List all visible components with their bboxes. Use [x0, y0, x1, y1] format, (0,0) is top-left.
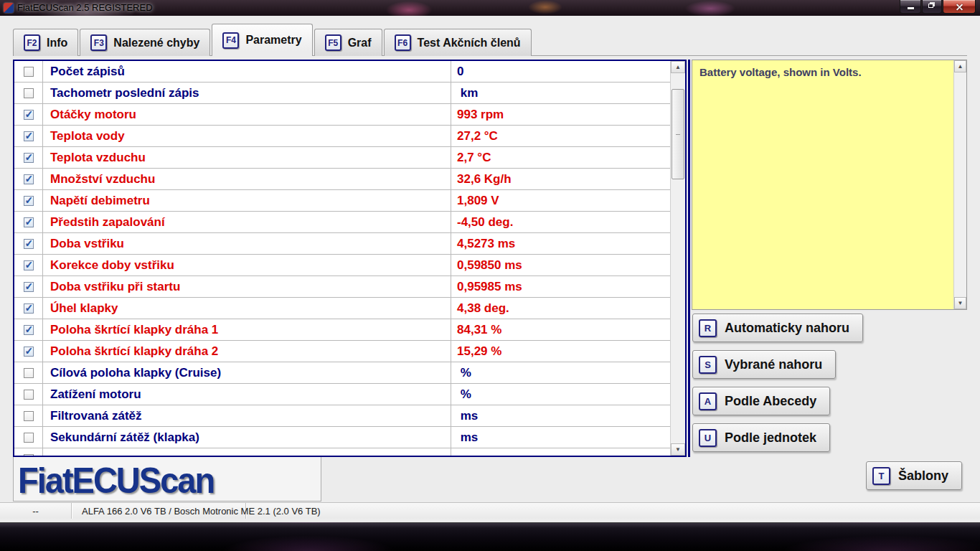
checkbox-cell: [14, 190, 43, 211]
row-checkbox[interactable]: [24, 325, 34, 335]
row-checkbox[interactable]: [24, 433, 34, 443]
hotkey-badge: U: [699, 429, 717, 447]
row-checkbox[interactable]: [24, 390, 34, 400]
button-podle-jednotek[interactable]: UPodle jednotek: [692, 423, 830, 452]
table-row[interactable]: Poloha škrtící klapky dráha 215,29 %: [14, 341, 670, 362]
row-checkbox[interactable]: [24, 282, 34, 292]
parameter-name: Množství vzduchu: [43, 172, 451, 187]
checkbox-cell: [14, 126, 43, 146]
title-bar: FiatECUScan 2.5 REGISTERED: [0, 0, 980, 16]
table-row[interactable]: Poloha škrtící klapky dráha 184,31 %: [14, 319, 670, 341]
button-automaticky-nahoru[interactable]: RAutomaticky nahoru: [692, 314, 863, 342]
logo-box: FiatECUScan: [13, 457, 321, 501]
table-row[interactable]: [14, 448, 670, 456]
restore-button[interactable]: [922, 0, 942, 14]
parameter-name: Filtrovaná zátěž: [43, 409, 451, 423]
checkbox-cell: [14, 147, 43, 168]
row-checkbox[interactable]: [24, 454, 34, 456]
checkbox-cell: [14, 61, 43, 82]
table-row[interactable]: Otáčky motoru993 rpm: [14, 104, 670, 126]
parameter-value: 4,5273 ms: [451, 233, 670, 254]
table-row[interactable]: Tachometr poslední zápis km: [14, 83, 670, 104]
checkbox-cell: [14, 384, 43, 405]
table-row[interactable]: Napětí debimetru1,809 V: [14, 190, 670, 212]
row-checkbox[interactable]: [24, 217, 34, 227]
table-row[interactable]: Počet zápisů0: [14, 61, 670, 83]
table-row[interactable]: Cílová poloha klapky (Cruise) %: [14, 362, 670, 384]
scrollbar-track[interactable]: [671, 73, 685, 443]
row-checkbox[interactable]: [24, 303, 34, 314]
row-checkbox[interactable]: [24, 174, 34, 184]
tab-test-ak-n-ch-len-[interactable]: F6Test Akčních členů: [384, 29, 532, 56]
table-row[interactable]: Úhel klapky4,38 deg.: [14, 298, 670, 319]
info-scroll-down-icon[interactable]: ▼: [954, 297, 966, 309]
parameter-name: Úhel klapky: [43, 301, 451, 316]
button-podle-abecedy[interactable]: APodle Abecedy: [692, 387, 830, 415]
status-left: --: [0, 503, 72, 519]
table-row[interactable]: Množství vzduchu32,6 Kg/h: [14, 169, 670, 190]
parameters-panel: Počet zápisů0Tachometr poslední zápis km…: [13, 60, 687, 457]
table-row[interactable]: Zatížení motoru %: [14, 384, 670, 405]
tab-label: Nalezené chyby: [113, 37, 199, 50]
parameter-name: Otáčky motoru: [43, 108, 451, 122]
info-scroll-up-icon[interactable]: ▲: [954, 60, 966, 72]
row-checkbox[interactable]: [24, 239, 34, 249]
parameter-value: 84,31 %: [451, 319, 670, 340]
table-row[interactable]: Předstih zapalování-4,50 deg.: [14, 212, 670, 233]
tab-label: Test Akčních členů: [418, 37, 521, 50]
checkbox-cell: [14, 255, 43, 276]
scrollbar-thumb[interactable]: [672, 89, 684, 179]
row-checkbox[interactable]: [24, 411, 34, 421]
checkbox-cell: [14, 169, 43, 189]
parameter-value: 1,809 V: [451, 190, 670, 211]
table-row[interactable]: Teplota vzduchu2,7 °C: [14, 147, 670, 169]
tab-info[interactable]: F2Info: [13, 29, 78, 56]
parameter-value: 15,29 %: [451, 341, 670, 362]
row-checkbox[interactable]: [24, 196, 34, 206]
row-checkbox[interactable]: [24, 260, 34, 270]
templates-button[interactable]: T Šablony: [866, 461, 962, 490]
status-bar: -- ALFA 166 2.0 V6 TB / Bosch Motronic M…: [0, 502, 980, 519]
row-checkbox[interactable]: [24, 131, 34, 141]
app-icon: [4, 3, 14, 13]
checkbox-cell: [14, 212, 43, 232]
info-scrollbar[interactable]: ▲ ▼: [953, 60, 966, 309]
hotkey-badge: R: [699, 319, 717, 337]
parameter-value: %: [451, 384, 670, 405]
table-row[interactable]: Sekundární zátěž (klapka) ms: [14, 427, 670, 448]
parameter-name: Cílová poloha klapky (Cruise): [43, 366, 451, 380]
fkey-badge: F3: [90, 34, 107, 51]
minimize-button[interactable]: [900, 0, 921, 14]
scroll-down-icon[interactable]: ▼: [671, 443, 685, 456]
table-scrollbar[interactable]: ▲ ▼: [670, 61, 685, 456]
checkbox-cell: [14, 448, 43, 456]
parameter-value: %: [451, 362, 670, 383]
tab-nalezen-chyby[interactable]: F3Nalezené chyby: [80, 29, 210, 56]
table-row[interactable]: Teplota vody27,2 °C: [14, 126, 670, 147]
tab-parametry[interactable]: F4Parametry: [212, 24, 312, 56]
row-checkbox[interactable]: [24, 88, 34, 98]
parameter-name: Poloha škrtící klapky dráha 2: [43, 344, 451, 359]
checkbox-cell: [14, 427, 43, 448]
taskbar: e FIAT SK ▲: [0, 522, 980, 551]
parameter-value: [451, 448, 670, 456]
parameter-name: Počet zápisů: [43, 65, 451, 79]
table-row[interactable]: Korekce doby vstřiku0,59850 ms: [14, 255, 670, 276]
row-checkbox[interactable]: [24, 110, 34, 120]
parameter-value: 0,95985 ms: [451, 276, 670, 297]
scroll-up-icon[interactable]: ▲: [671, 61, 685, 73]
button-vybran-nahoru[interactable]: SVybrané nahoru: [692, 350, 836, 379]
row-checkbox[interactable]: [24, 368, 34, 378]
close-button[interactable]: [943, 0, 976, 14]
table-row[interactable]: Doba vstřiku4,5273 ms: [14, 233, 670, 255]
row-checkbox[interactable]: [24, 67, 34, 77]
row-checkbox[interactable]: [24, 347, 34, 357]
table-row[interactable]: Filtrovaná zátěž ms: [14, 405, 670, 427]
checkbox-cell: [14, 341, 43, 362]
table-row[interactable]: Doba vstřiku při startu0,95985 ms: [14, 276, 670, 298]
side-buttons: RAutomaticky nahoruSVybrané nahoruAPodle…: [692, 314, 863, 452]
parameter-value: ms: [451, 427, 670, 448]
row-checkbox[interactable]: [24, 153, 34, 163]
tab-graf[interactable]: F5Graf: [314, 29, 382, 56]
parameter-name: Tachometr poslední zápis: [43, 86, 451, 100]
